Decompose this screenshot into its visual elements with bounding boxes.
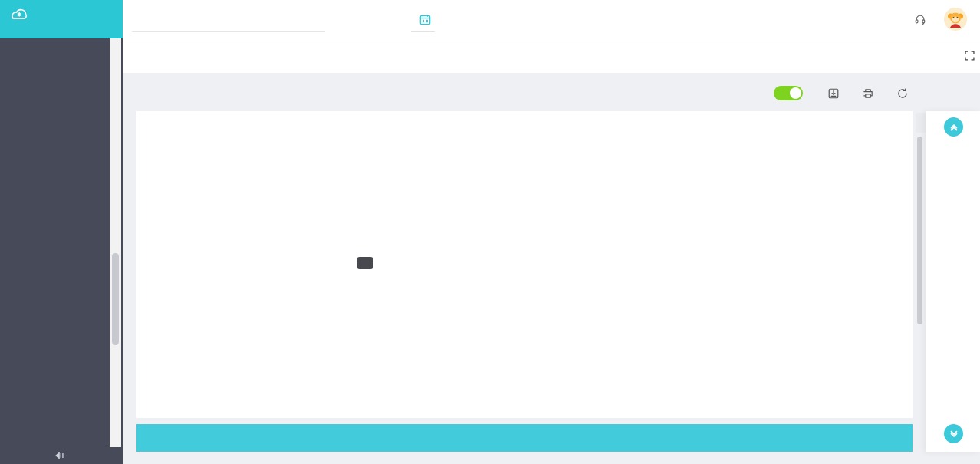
toolbar: [774, 86, 913, 100]
app-window: [0, 0, 980, 464]
live-help-button[interactable]: [914, 13, 930, 25]
user-avatar[interactable]: [944, 8, 967, 31]
print-button[interactable]: [862, 87, 878, 100]
company-selector[interactable]: [132, 8, 325, 32]
headset-icon: [914, 13, 926, 25]
expense-donut-chart: [702, 175, 871, 344]
unpin-sidebar-button[interactable]: [0, 447, 123, 464]
scroll-down-icon[interactable]: [110, 435, 121, 447]
expense-table-header: [136, 424, 913, 452]
chart-tooltip: [357, 257, 373, 269]
open-tabs: [123, 38, 136, 73]
calendar-icon: [419, 13, 432, 26]
close-all-tabs-icon[interactable]: [939, 38, 959, 73]
refresh-button[interactable]: [896, 87, 913, 100]
refresh-icon: [896, 87, 909, 100]
scroll-up-icon[interactable]: [110, 38, 121, 51]
content-scroll-thumb[interactable]: [917, 137, 922, 324]
years-down-icon[interactable]: [944, 424, 963, 443]
years-up-icon[interactable]: [944, 117, 963, 137]
unpin-icon: [54, 450, 65, 461]
expense-chart-panel: [136, 111, 913, 418]
expense-trend-line-chart: [190, 157, 666, 378]
printer-icon: [862, 87, 874, 100]
sidebar-scrollbar[interactable]: [110, 38, 121, 447]
download-icon: [827, 87, 840, 100]
fullscreen-icon[interactable]: [959, 38, 980, 73]
brand-block: [0, 0, 123, 38]
download-button[interactable]: [827, 87, 844, 100]
tab-scroll-left-icon[interactable]: [897, 38, 918, 73]
chart-toggle[interactable]: [774, 86, 809, 100]
year-panel: [926, 111, 980, 452]
sidebar: [0, 38, 123, 464]
topbar: [123, 0, 980, 38]
cloud-logo-icon: [9, 8, 30, 22]
tab-scroll-right-icon[interactable]: [918, 38, 939, 73]
tab-bar: [123, 38, 980, 73]
sidebar-scroll-thumb[interactable]: [112, 253, 119, 345]
toggle-switch[interactable]: [774, 86, 803, 100]
period-selector[interactable]: [411, 8, 435, 32]
